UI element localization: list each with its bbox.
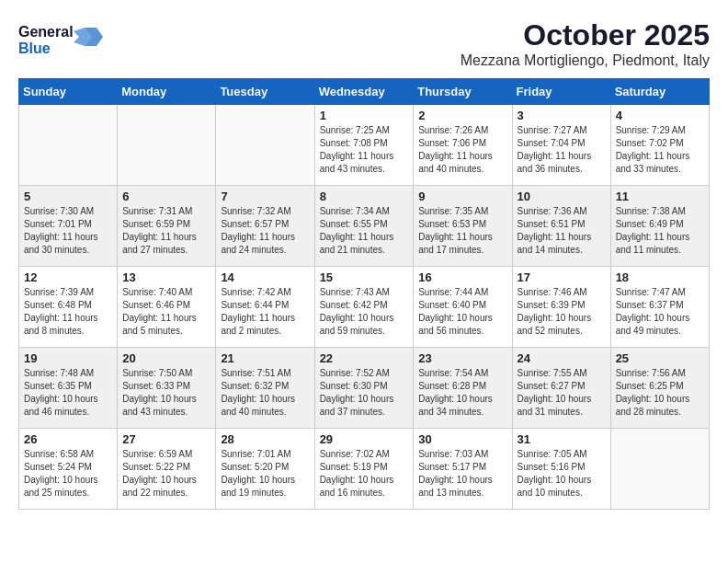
day-info: Sunrise: 7:27 AMSunset: 7:04 PMDaylight:… <box>518 124 606 176</box>
day-number: 5 <box>24 190 112 203</box>
svg-text:General: General <box>18 24 74 40</box>
calendar-cell: 5Sunrise: 7:30 AMSunset: 7:01 PMDaylight… <box>19 186 118 267</box>
calendar-cell: 24Sunrise: 7:55 AMSunset: 6:27 PMDayligh… <box>512 348 610 429</box>
day-number: 12 <box>24 270 112 284</box>
logo: General Blue <box>18 18 110 60</box>
day-info: Sunrise: 7:02 AMSunset: 5:19 PMDaylight:… <box>320 448 409 500</box>
calendar-cell <box>610 429 709 510</box>
header-day-saturday: Saturday <box>610 79 709 105</box>
header-day-tuesday: Tuesday <box>216 79 314 105</box>
day-info: Sunrise: 7:47 AMSunset: 6:37 PMDaylight:… <box>616 286 704 338</box>
day-number: 18 <box>616 270 704 284</box>
day-info: Sunrise: 7:39 AMSunset: 6:48 PMDaylight:… <box>24 286 112 338</box>
day-number: 24 <box>518 351 606 365</box>
day-number: 28 <box>221 432 309 446</box>
location-title: Mezzana Mortigliengo, Piedmont, Italy <box>461 52 710 69</box>
svg-text:Blue: Blue <box>18 40 51 56</box>
header-day-monday: Monday <box>118 79 216 105</box>
day-info: Sunrise: 7:31 AMSunset: 6:59 PMDaylight:… <box>122 205 210 257</box>
day-info: Sunrise: 7:44 AMSunset: 6:40 PMDaylight:… <box>418 286 506 338</box>
day-info: Sunrise: 7:40 AMSunset: 6:46 PMDaylight:… <box>122 286 210 338</box>
calendar-cell: 14Sunrise: 7:42 AMSunset: 6:44 PMDayligh… <box>216 267 314 348</box>
day-number: 8 <box>320 190 409 203</box>
day-info: Sunrise: 7:55 AMSunset: 6:27 PMDaylight:… <box>518 367 606 419</box>
logo-icon: General Blue <box>18 18 110 60</box>
day-info: Sunrise: 7:25 AMSunset: 7:08 PMDaylight:… <box>320 124 409 176</box>
day-info: Sunrise: 7:50 AMSunset: 6:33 PMDaylight:… <box>122 367 210 419</box>
calendar-cell <box>118 105 216 186</box>
day-number: 31 <box>518 432 606 446</box>
day-info: Sunrise: 7:42 AMSunset: 6:44 PMDaylight:… <box>221 286 309 338</box>
day-number: 1 <box>320 109 409 122</box>
calendar-cell: 25Sunrise: 7:56 AMSunset: 6:25 PMDayligh… <box>610 348 709 429</box>
day-info: Sunrise: 7:46 AMSunset: 6:39 PMDaylight:… <box>518 286 606 338</box>
day-number: 30 <box>418 432 506 446</box>
calendar-cell: 8Sunrise: 7:34 AMSunset: 6:55 PMDaylight… <box>314 186 414 267</box>
calendar-week-row: 19Sunrise: 7:48 AMSunset: 6:35 PMDayligh… <box>19 348 710 429</box>
calendar-cell: 18Sunrise: 7:47 AMSunset: 6:37 PMDayligh… <box>610 267 709 348</box>
calendar-cell: 27Sunrise: 6:59 AMSunset: 5:22 PMDayligh… <box>118 429 216 510</box>
day-number: 17 <box>518 270 606 284</box>
calendar-cell: 31Sunrise: 7:05 AMSunset: 5:16 PMDayligh… <box>512 429 610 510</box>
calendar-cell: 4Sunrise: 7:29 AMSunset: 7:02 PMDaylight… <box>610 105 709 186</box>
day-number: 26 <box>24 432 112 446</box>
calendar-cell: 21Sunrise: 7:51 AMSunset: 6:32 PMDayligh… <box>216 348 314 429</box>
header-day-friday: Friday <box>512 79 610 105</box>
day-number: 27 <box>122 432 210 446</box>
calendar-cell: 9Sunrise: 7:35 AMSunset: 6:53 PMDaylight… <box>414 186 512 267</box>
title-area: October 2025 Mezzana Mortigliengo, Piedm… <box>461 18 710 69</box>
calendar-cell: 2Sunrise: 7:26 AMSunset: 7:06 PMDaylight… <box>414 105 512 186</box>
calendar-cell: 15Sunrise: 7:43 AMSunset: 6:42 PMDayligh… <box>314 267 414 348</box>
calendar-cell: 26Sunrise: 6:58 AMSunset: 5:24 PMDayligh… <box>19 429 118 510</box>
calendar-cell: 13Sunrise: 7:40 AMSunset: 6:46 PMDayligh… <box>118 267 216 348</box>
calendar-week-row: 1Sunrise: 7:25 AMSunset: 7:08 PMDaylight… <box>19 105 710 186</box>
day-number: 29 <box>320 432 409 446</box>
calendar-table: SundayMondayTuesdayWednesdayThursdayFrid… <box>18 78 710 510</box>
calendar-cell: 11Sunrise: 7:38 AMSunset: 6:49 PMDayligh… <box>610 186 709 267</box>
calendar-cell: 20Sunrise: 7:50 AMSunset: 6:33 PMDayligh… <box>118 348 216 429</box>
day-number: 9 <box>418 190 506 203</box>
day-info: Sunrise: 7:34 AMSunset: 6:55 PMDaylight:… <box>320 205 409 257</box>
day-info: Sunrise: 7:05 AMSunset: 5:16 PMDaylight:… <box>518 448 606 500</box>
day-info: Sunrise: 7:48 AMSunset: 6:35 PMDaylight:… <box>24 367 112 419</box>
calendar-cell: 12Sunrise: 7:39 AMSunset: 6:48 PMDayligh… <box>19 267 118 348</box>
calendar-cell: 1Sunrise: 7:25 AMSunset: 7:08 PMDaylight… <box>314 105 414 186</box>
calendar-cell: 23Sunrise: 7:54 AMSunset: 6:28 PMDayligh… <box>414 348 512 429</box>
calendar-cell: 3Sunrise: 7:27 AMSunset: 7:04 PMDaylight… <box>512 105 610 186</box>
day-info: Sunrise: 7:30 AMSunset: 7:01 PMDaylight:… <box>24 205 112 257</box>
day-number: 13 <box>122 270 210 284</box>
day-info: Sunrise: 7:36 AMSunset: 6:51 PMDaylight:… <box>518 205 606 257</box>
day-info: Sunrise: 6:59 AMSunset: 5:22 PMDaylight:… <box>122 448 210 500</box>
day-info: Sunrise: 7:32 AMSunset: 6:57 PMDaylight:… <box>221 205 309 257</box>
day-info: Sunrise: 7:51 AMSunset: 6:32 PMDaylight:… <box>221 367 309 419</box>
day-info: Sunrise: 7:52 AMSunset: 6:30 PMDaylight:… <box>320 367 409 419</box>
calendar-cell: 10Sunrise: 7:36 AMSunset: 6:51 PMDayligh… <box>512 186 610 267</box>
day-number: 21 <box>221 351 309 365</box>
day-info: Sunrise: 6:58 AMSunset: 5:24 PMDaylight:… <box>24 448 112 500</box>
calendar-week-row: 26Sunrise: 6:58 AMSunset: 5:24 PMDayligh… <box>19 429 710 510</box>
day-number: 19 <box>24 351 112 365</box>
header-day-wednesday: Wednesday <box>314 79 414 105</box>
calendar-cell: 22Sunrise: 7:52 AMSunset: 6:30 PMDayligh… <box>314 348 414 429</box>
calendar-cell <box>19 105 118 186</box>
day-number: 11 <box>616 190 704 203</box>
day-number: 4 <box>616 109 704 122</box>
month-title: October 2025 <box>461 18 710 52</box>
day-number: 7 <box>221 190 309 203</box>
day-info: Sunrise: 7:26 AMSunset: 7:06 PMDaylight:… <box>418 124 506 176</box>
day-number: 14 <box>221 270 309 284</box>
calendar-header-row: SundayMondayTuesdayWednesdayThursdayFrid… <box>19 79 710 105</box>
header-day-thursday: Thursday <box>414 79 512 105</box>
day-number: 6 <box>122 190 210 203</box>
calendar-cell: 7Sunrise: 7:32 AMSunset: 6:57 PMDaylight… <box>216 186 314 267</box>
calendar-cell: 19Sunrise: 7:48 AMSunset: 6:35 PMDayligh… <box>19 348 118 429</box>
day-number: 15 <box>320 270 409 284</box>
day-number: 22 <box>320 351 409 365</box>
calendar-cell: 29Sunrise: 7:02 AMSunset: 5:19 PMDayligh… <box>314 429 414 510</box>
calendar-week-row: 12Sunrise: 7:39 AMSunset: 6:48 PMDayligh… <box>19 267 710 348</box>
calendar-cell: 6Sunrise: 7:31 AMSunset: 6:59 PMDaylight… <box>118 186 216 267</box>
calendar-cell: 17Sunrise: 7:46 AMSunset: 6:39 PMDayligh… <box>512 267 610 348</box>
day-number: 2 <box>418 109 506 122</box>
day-info: Sunrise: 7:03 AMSunset: 5:17 PMDaylight:… <box>418 448 506 500</box>
day-info: Sunrise: 7:01 AMSunset: 5:20 PMDaylight:… <box>221 448 309 500</box>
